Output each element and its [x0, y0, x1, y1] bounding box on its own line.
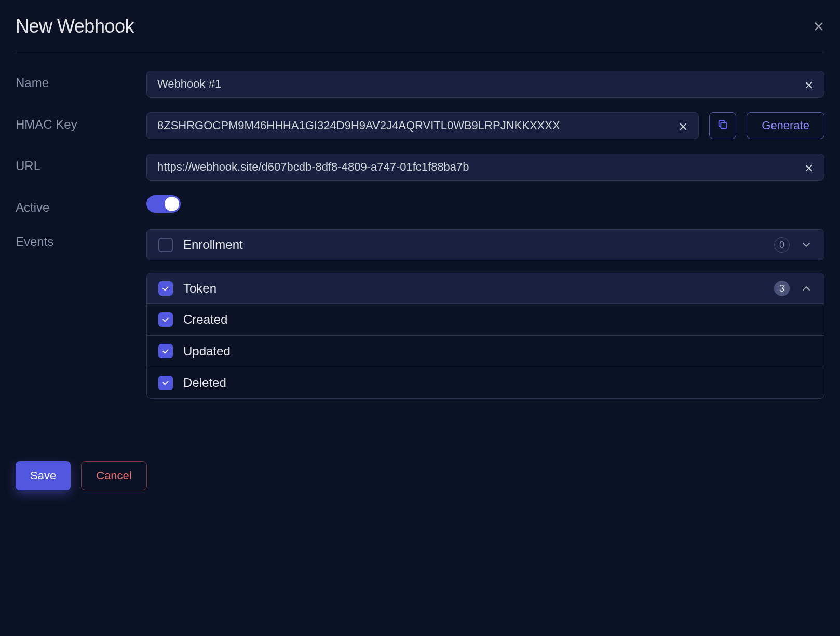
event-sub-item[interactable]: Created — [147, 303, 824, 335]
name-input[interactable]: Webhook #1 — [146, 71, 824, 98]
checkbox-token[interactable] — [158, 281, 173, 296]
hmac-input[interactable]: 8ZSHRGOCPM9M46HHHA1GI324D9H9AV2J4AQRVITL… — [146, 112, 699, 139]
events-list: Enrollment 0 Token 3 — [146, 229, 824, 399]
modal-header: New Webhook — [16, 16, 824, 52]
copy-button[interactable] — [709, 112, 736, 139]
row-active: Active — [16, 195, 824, 215]
chevron-down-icon[interactable] — [800, 239, 812, 251]
event-name-enrollment: Enrollment — [183, 238, 764, 252]
label-events: Events — [16, 229, 146, 249]
toggle-knob — [165, 197, 179, 211]
footer: Save Cancel — [16, 461, 824, 490]
event-header-enrollment[interactable]: Enrollment 0 — [147, 230, 824, 260]
url-input[interactable]: https://webhook.site/d607bcdb-8df8-4809-… — [146, 154, 824, 181]
url-input-value: https://webhook.site/d607bcdb-8df8-4809-… — [157, 160, 798, 174]
copy-icon — [717, 119, 728, 132]
row-events: Events Enrollment 0 — [16, 229, 824, 399]
checkbox-created[interactable] — [158, 312, 173, 327]
event-sub-label: Created — [183, 312, 812, 327]
row-hmac: HMAC Key 8ZSHRGOCPM9M46HHHA1GI324D9H9AV2… — [16, 112, 824, 139]
active-toggle[interactable] — [146, 195, 181, 213]
save-button[interactable]: Save — [16, 461, 71, 490]
generate-button[interactable]: Generate — [747, 112, 824, 139]
name-input-value: Webhook #1 — [157, 77, 798, 91]
checkbox-enrollment[interactable] — [158, 238, 173, 252]
clear-icon[interactable] — [679, 121, 688, 130]
event-sub-label: Updated — [183, 344, 812, 358]
clear-icon[interactable] — [804, 79, 814, 89]
row-url: URL https://webhook.site/d607bcdb-8df8-4… — [16, 154, 824, 181]
event-group-enrollment: Enrollment 0 — [146, 229, 824, 260]
label-url: URL — [16, 154, 146, 173]
cancel-button[interactable]: Cancel — [81, 461, 146, 490]
badge-count: 0 — [774, 237, 790, 253]
badge-count: 3 — [774, 281, 790, 296]
label-active: Active — [16, 195, 146, 215]
clear-icon[interactable] — [804, 162, 814, 172]
close-icon[interactable] — [813, 21, 824, 32]
hmac-input-value: 8ZSHRGOCPM9M46HHHA1GI324D9H9AV2J4AQRVITL… — [157, 119, 672, 132]
event-sub-label: Deleted — [183, 376, 812, 390]
checkbox-updated[interactable] — [158, 344, 173, 358]
checkbox-deleted[interactable] — [158, 376, 173, 390]
event-sub-list-token: Created Updated De — [147, 303, 824, 398]
event-group-token: Token 3 Created — [146, 273, 824, 399]
label-name: Name — [16, 71, 146, 90]
page-title: New Webhook — [16, 16, 134, 37]
event-sub-item[interactable]: Updated — [147, 335, 824, 367]
event-sub-item[interactable]: Deleted — [147, 367, 824, 398]
chevron-up-icon[interactable] — [800, 282, 812, 295]
row-name: Name Webhook #1 — [16, 71, 824, 98]
event-name-token: Token — [183, 281, 764, 296]
svg-rect-6 — [721, 122, 727, 128]
label-hmac: HMAC Key — [16, 112, 146, 132]
event-header-token[interactable]: Token 3 — [147, 273, 824, 303]
